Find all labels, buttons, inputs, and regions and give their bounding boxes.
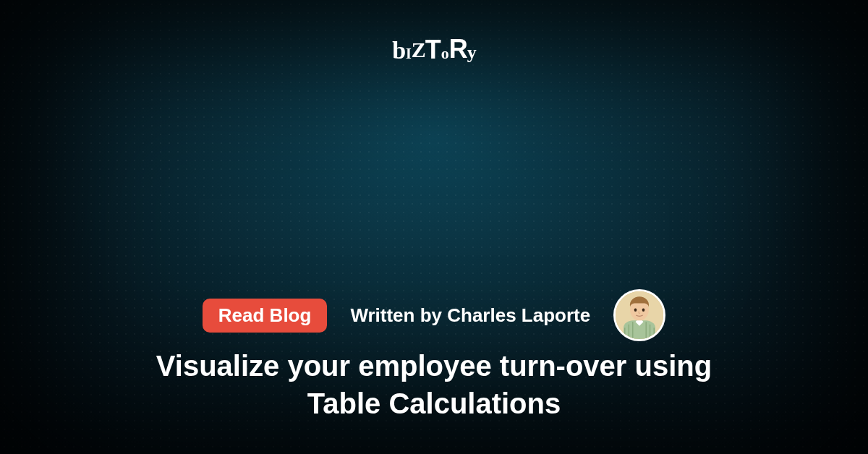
author-avatar: [613, 289, 665, 341]
brand-logo: bIZToRy: [392, 35, 476, 65]
avatar-illustration: [616, 291, 663, 339]
author-byline: Written by Charles Laporte: [350, 304, 590, 327]
article-meta-row: Read Blog Written by Charles Laporte: [0, 289, 868, 341]
svg-point-3: [634, 308, 637, 312]
svg-point-4: [642, 308, 645, 312]
author-name: Charles Laporte: [447, 304, 590, 326]
read-blog-button[interactable]: Read Blog: [203, 299, 328, 333]
byline-prefix: Written by: [350, 304, 447, 326]
article-title: Visualize your employee turn-over using …: [116, 347, 752, 422]
